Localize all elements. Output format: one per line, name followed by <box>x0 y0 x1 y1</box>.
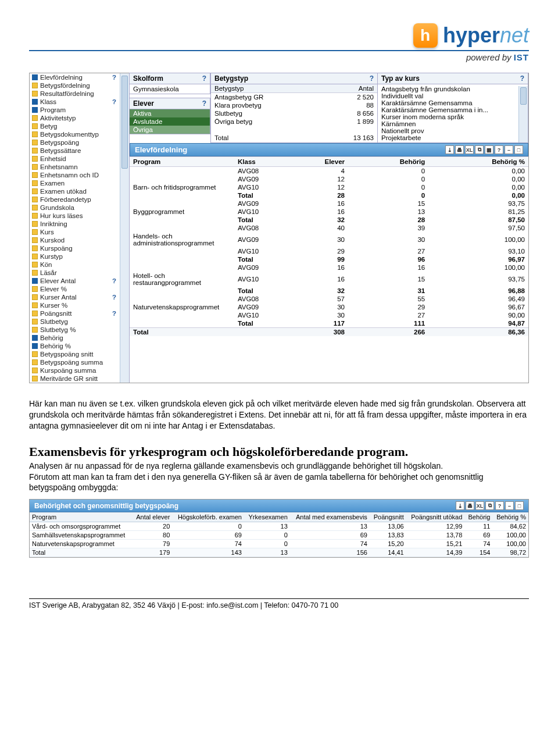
maximize-icon[interactable]: □ <box>515 501 524 510</box>
betygstyp-col-b[interactable]: Antal <box>323 84 377 93</box>
export-icon[interactable]: ⤓ <box>456 501 464 510</box>
sidebar-item[interactable]: Klass? <box>30 98 129 106</box>
sidebar-item[interactable]: Kurspoäng summa <box>30 366 129 375</box>
help-icon[interactable]: ? <box>520 74 524 83</box>
help-icon[interactable]: ? <box>202 74 206 83</box>
help-icon[interactable]: ? <box>112 98 116 105</box>
sidebar-item[interactable]: Poängsnitt? <box>30 309 129 318</box>
panel-elever: Elever? Aktiva Avslutade Övriga <box>129 98 210 134</box>
sidebar-item[interactable]: Betygssättare <box>30 147 129 155</box>
sidebar-scrollbar[interactable] <box>120 73 129 383</box>
betygstyp-col-a[interactable]: Betygstyp <box>211 84 323 93</box>
typkurs-scrollbar[interactable] <box>518 86 528 142</box>
sidebar-item[interactable]: Behörig % <box>30 342 129 350</box>
help-icon[interactable]: ? <box>112 74 116 81</box>
sidebar-item[interactable]: Kön <box>30 261 129 269</box>
sidebar-item[interactable]: Elever Antal? <box>30 277 129 285</box>
typkurs-row[interactable]: Individuellt val <box>381 92 517 99</box>
sidebar-item[interactable]: Betyg <box>30 122 129 130</box>
cell-behorigpct: 93,10 <box>428 247 528 255</box>
th-elever[interactable]: Elever <box>281 157 348 167</box>
xl-icon[interactable]: XL <box>465 145 474 154</box>
help-icon[interactable]: ? <box>112 310 116 317</box>
sidebar-item[interactable]: Kurser Antal? <box>30 293 129 301</box>
help-icon[interactable]: ? <box>112 277 116 284</box>
help-icon[interactable]: ? <box>112 294 116 301</box>
page-footer: IST Sverige AB, Arabygatan 82, 352 46 Vä… <box>29 599 529 609</box>
typkurs-row[interactable]: Kurser inom moderna språk <box>381 113 517 120</box>
sidebar-item[interactable]: Resultatfördelning <box>30 90 129 98</box>
sidebar-item[interactable]: Grundskola <box>30 204 129 212</box>
typkurs-row[interactable]: Kärnämnen <box>381 120 517 127</box>
help-icon[interactable]: ? <box>202 99 206 108</box>
t2-header[interactable]: Högskoleförb. examen <box>172 512 244 522</box>
sidebar-item[interactable]: Slutbetyg <box>30 318 129 326</box>
help-icon[interactable]: ? <box>495 501 504 510</box>
t2-header[interactable]: Yrkesexamen <box>244 512 290 522</box>
sidebar-item[interactable]: Enhetsid <box>30 155 129 163</box>
elever-option-avslutade[interactable]: Avslutade <box>130 117 210 126</box>
sidebar-item[interactable]: Enhetsnamn och ID <box>30 171 129 179</box>
sidebar-item[interactable]: Kurstyp <box>30 252 129 261</box>
sidebar-item[interactable]: Kurspoäng <box>30 244 129 252</box>
t2-header[interactable]: Poängsnitt <box>370 512 406 522</box>
sidebar-item[interactable]: Examen utökad <box>30 187 129 195</box>
sidebar-item[interactable]: Kurs <box>30 228 129 236</box>
t2-header[interactable]: Antal elever <box>132 512 172 522</box>
sidebar-item[interactable]: Inriktning <box>30 220 129 228</box>
sidebar-item[interactable]: Slutbetyg % <box>30 326 129 334</box>
table-icon[interactable]: ▦ <box>485 145 493 154</box>
xl-icon[interactable]: XL <box>475 501 484 510</box>
table-row: Total323196,88 <box>130 287 528 295</box>
t2-header[interactable]: Behörig % <box>492 512 528 522</box>
typkurs-row[interactable]: Antagsbetyg från grundskolan <box>381 85 517 92</box>
sidebar-item[interactable]: Förberedandetyp <box>30 195 129 204</box>
cell-klass: AVG09 <box>234 303 281 311</box>
sidebar-item[interactable]: Examen <box>30 179 129 187</box>
maximize-icon[interactable]: □ <box>514 145 523 154</box>
sidebar-item[interactable]: Meritvärde GR snitt <box>30 375 129 383</box>
sidebar-item[interactable]: Elevfördelning? <box>30 73 129 81</box>
t2-header[interactable]: Antal med examensbevis <box>290 512 370 522</box>
sidebar-item[interactable]: Betygsdokumenttyp <box>30 130 129 138</box>
print-icon[interactable]: 🖶 <box>466 501 474 510</box>
sidebar-item[interactable]: Kurskod <box>30 236 129 244</box>
sidebar-item-label: Förberedandetyp <box>40 196 91 203</box>
sidebar-item[interactable]: Enhetsnamn <box>30 163 129 171</box>
sidebar-item[interactable]: Betygspoäng summa <box>30 358 129 366</box>
sidebar-item[interactable]: Kurser % <box>30 301 129 309</box>
sidebar-item[interactable]: Aktivitetstyp <box>30 114 129 122</box>
th-behorigpct[interactable]: Behörig % <box>428 157 528 167</box>
t2-header[interactable]: Program <box>30 512 132 522</box>
th-behorig[interactable]: Behörig <box>348 157 428 167</box>
elever-option-ovriga[interactable]: Övriga <box>130 126 210 134</box>
sidebar-item[interactable]: Läsår <box>30 269 129 277</box>
dimension-chip-icon <box>32 327 38 333</box>
cell-elever: 4 <box>281 167 348 176</box>
minimize-icon[interactable]: – <box>505 501 514 510</box>
copy-icon[interactable]: ⧉ <box>485 501 494 510</box>
elever-option-aktiva[interactable]: Aktiva <box>130 109 210 117</box>
sidebar-item[interactable]: Elever % <box>30 285 129 293</box>
typkurs-row[interactable]: Karaktärsämne Gemensamma <box>381 99 517 106</box>
sidebar-item[interactable]: Betygspoäng <box>30 138 129 147</box>
print-icon[interactable]: 🖶 <box>455 145 464 154</box>
sidebar-item[interactable]: Program <box>30 106 129 114</box>
th-program[interactable]: Program <box>130 157 234 167</box>
minimize-icon[interactable]: – <box>505 145 513 154</box>
copy-icon[interactable]: ⧉ <box>475 145 484 154</box>
sidebar-item[interactable]: Behörig <box>30 334 129 342</box>
sidebar-item[interactable]: Betygsfördelning <box>30 81 129 90</box>
help-icon[interactable]: ? <box>495 145 503 154</box>
t2-header[interactable]: Behörig <box>464 512 492 522</box>
typkurs-row[interactable]: Nationellt prov <box>381 127 517 134</box>
sidebar-item[interactable]: Betygspoäng snitt <box>30 350 129 358</box>
cell-behorig: 27 <box>348 247 428 255</box>
help-icon[interactable]: ? <box>370 74 374 83</box>
typkurs-row[interactable]: Projektarbete <box>381 134 517 141</box>
sidebar-item[interactable]: Hur kurs läses <box>30 212 129 220</box>
th-klass[interactable]: Klass <box>234 157 281 167</box>
export-icon[interactable]: ⤓ <box>445 145 454 154</box>
t2-header[interactable]: Poängsnitt utökad <box>406 512 465 522</box>
typkurs-row[interactable]: Karaktärsämne Gemensamma i in... <box>381 106 517 113</box>
